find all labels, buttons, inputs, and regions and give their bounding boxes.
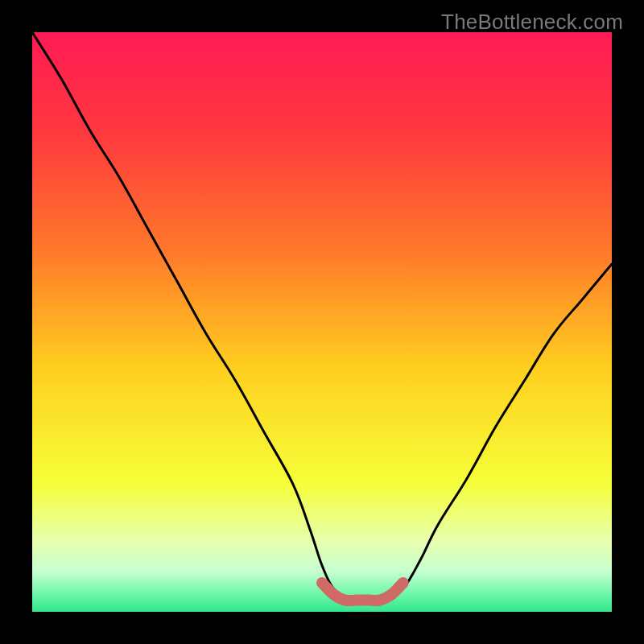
chart-frame: TheBottleneck.com — [0, 0, 644, 644]
watermark-text: TheBottleneck.com — [441, 10, 623, 35]
plot-area — [32, 32, 612, 612]
bottleneck-curve — [32, 32, 612, 601]
curve-layer — [32, 32, 612, 612]
optimal-flat-segment — [322, 583, 403, 601]
